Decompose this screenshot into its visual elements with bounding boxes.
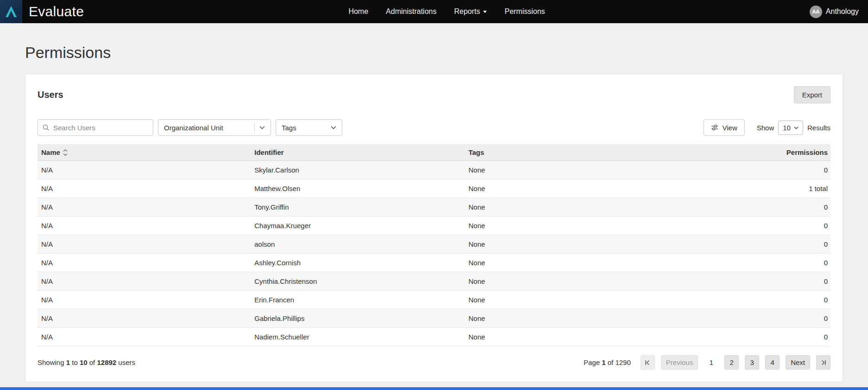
brand-title: Evaluate <box>29 4 84 19</box>
summary-suffix: users <box>118 358 135 366</box>
table-row[interactable]: N/A Ashley.Cornish None 0 <box>38 254 830 272</box>
cell-name: N/A <box>38 179 252 198</box>
table-row[interactable]: N/A Nadiem.Schueller None 0 <box>38 328 830 346</box>
first-page-button[interactable] <box>641 355 655 370</box>
users-table: Name Identifier Tags Permissions N/A Sky… <box>38 144 830 346</box>
column-permissions: Permissions <box>704 144 830 161</box>
cell-tags: None <box>465 291 704 309</box>
cell-name: N/A <box>38 217 252 235</box>
cell-permissions: 0 <box>704 309 830 328</box>
users-card: Users Export Organizational Unit Tags <box>25 74 843 382</box>
table-row[interactable]: N/A Tony.Griffin None 0 <box>38 198 830 217</box>
cell-identifier: Tony.Griffin <box>252 198 465 217</box>
cell-tags: None <box>465 235 704 254</box>
chevron-down-icon <box>331 126 336 129</box>
cell-tags: None <box>465 328 704 346</box>
first-page-icon <box>644 359 651 366</box>
cell-name: N/A <box>38 254 252 272</box>
nav-item-administrations[interactable]: Administrations <box>386 7 436 16</box>
cell-permissions: 0 <box>704 291 830 309</box>
cell-identifier: Ashley.Cornish <box>252 254 465 272</box>
nav-item-reports[interactable]: Reports <box>454 7 487 16</box>
table-row[interactable]: N/A Gabriela.Phillips None 0 <box>38 309 830 328</box>
summary-to: 10 <box>80 358 88 366</box>
chevron-down-icon <box>259 126 265 129</box>
cell-name: N/A <box>38 272 252 291</box>
avatar: AA <box>810 6 822 18</box>
table-row[interactable]: N/A Cynthia.Christenson None 0 <box>38 272 830 291</box>
last-page-button[interactable] <box>816 355 830 370</box>
page-button-3[interactable]: 3 <box>745 355 759 370</box>
cell-identifier: Skylar.Carlson <box>252 161 465 179</box>
cell-name: N/A <box>38 198 252 217</box>
cell-identifier: aolson <box>252 235 465 254</box>
results-summary: Showing 1 to 10 of 12892 users <box>38 358 135 366</box>
column-name[interactable]: Name <box>38 144 252 161</box>
cell-name: N/A <box>38 161 252 179</box>
table-row[interactable]: N/A aolson None 0 <box>38 235 830 254</box>
next-page-button[interactable]: Next <box>786 355 810 370</box>
cell-name: N/A <box>38 235 252 254</box>
sort-icon <box>63 149 68 156</box>
summary-from: 1 <box>66 358 70 366</box>
filters-row: Organizational Unit Tags <box>38 119 830 136</box>
page-info-current: 1 <box>602 358 605 366</box>
page-title: Permissions <box>25 44 843 62</box>
cell-permissions: 0 <box>704 217 830 235</box>
nav-links: Home Administrations Reports Permissions <box>348 7 545 16</box>
cell-permissions: 0 <box>704 254 830 272</box>
search-input[interactable] <box>38 119 153 136</box>
table-row[interactable]: N/A Chaymaa.Krueger None 0 <box>38 217 830 235</box>
user-menu[interactable]: AA Anthology <box>810 6 859 18</box>
cell-tags: None <box>465 272 704 291</box>
dropdown-divider <box>254 123 255 132</box>
table-row[interactable]: N/A Skylar.Carlson None 0 <box>38 161 830 179</box>
cell-identifier: Nadiem.Schueller <box>252 328 465 346</box>
summary-total: 12892 <box>97 358 116 366</box>
summary-prefix: Showing <box>38 358 64 366</box>
show-label: Show <box>757 124 774 132</box>
show-results-group: Show 10 Results <box>757 121 830 135</box>
cell-identifier: Chaymaa.Krueger <box>252 217 465 235</box>
page-button-4[interactable]: 4 <box>765 355 780 370</box>
page-button-2[interactable]: 2 <box>724 355 739 370</box>
organizational-unit-label: Organizational Unit <box>164 124 223 132</box>
table-header-row: Name Identifier Tags Permissions <box>38 144 830 161</box>
column-name-label: Name <box>41 148 60 156</box>
previous-page-button[interactable]: Previous <box>661 355 698 370</box>
cell-permissions: 0 <box>704 328 830 346</box>
cell-name: N/A <box>38 328 252 346</box>
cell-name: N/A <box>38 291 252 309</box>
column-identifier: Identifier <box>252 144 465 161</box>
table-row[interactable]: N/A Erin.Francen None 0 <box>38 291 830 309</box>
cell-tags: None <box>465 161 704 179</box>
nav-item-permissions[interactable]: Permissions <box>504 7 545 16</box>
cell-identifier: Matthew.Olsen <box>252 179 465 198</box>
cell-name: N/A <box>38 309 252 328</box>
page-button-current[interactable]: 1 <box>704 355 718 370</box>
show-results-value: 10 <box>783 124 791 132</box>
search-icon <box>42 124 50 131</box>
show-results-select[interactable]: 10 <box>778 121 803 135</box>
export-button[interactable]: Export <box>794 86 830 103</box>
cell-permissions: 1 total <box>704 179 830 198</box>
table-body: N/A Skylar.Carlson None 0 N/A Matthew.Ol… <box>38 161 830 346</box>
card-footer: Showing 1 to 10 of 12892 users Page 1 of… <box>38 355 830 370</box>
nav-item-home[interactable]: Home <box>348 7 368 16</box>
sliders-icon <box>711 124 718 131</box>
organizational-unit-dropdown[interactable]: Organizational Unit <box>158 119 271 136</box>
view-button[interactable]: View <box>704 119 745 136</box>
tags-dropdown[interactable]: Tags <box>276 119 342 136</box>
page-info-of: of 1290 <box>608 358 631 366</box>
anthology-logo[interactable] <box>0 0 22 23</box>
caret-down-icon <box>483 11 487 13</box>
cell-tags: None <box>465 198 704 217</box>
summary-to-word: to <box>72 358 78 366</box>
card-header: Users Export <box>38 86 830 103</box>
cell-tags: None <box>465 217 704 235</box>
pagination: Page 1 of 1290 Previous 1 2 3 4 Next <box>584 355 830 370</box>
last-page-icon <box>820 359 827 366</box>
cell-identifier: Gabriela.Phillips <box>252 309 465 328</box>
table-row[interactable]: N/A Matthew.Olsen None 1 total <box>38 179 830 198</box>
bottom-edge-bar <box>0 387 868 390</box>
